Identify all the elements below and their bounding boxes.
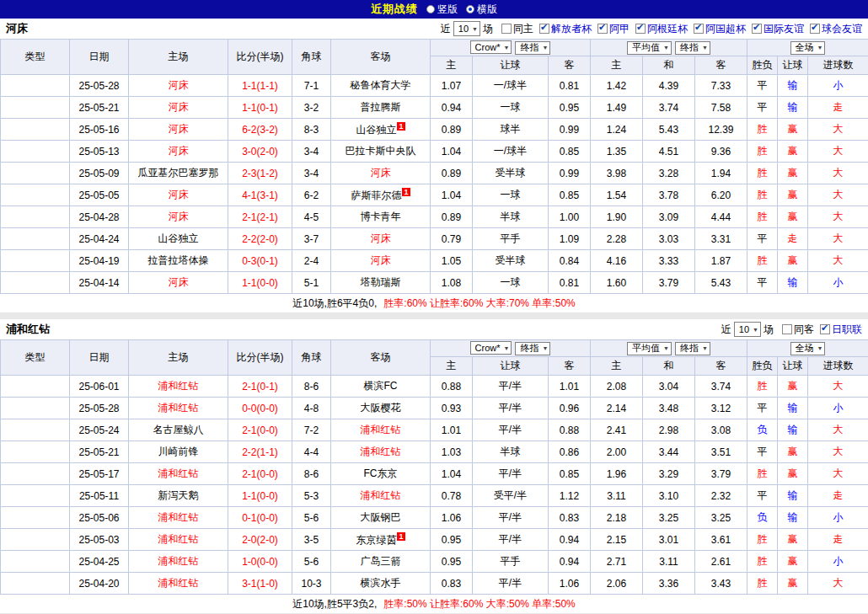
- home-team-link[interactable]: 河床: [129, 184, 228, 206]
- handicap-away-odds: 0.84: [549, 250, 591, 272]
- layout-option-horizontal[interactable]: 横版: [466, 3, 497, 17]
- layout-option-vertical[interactable]: 竖版: [426, 3, 458, 17]
- team-name: 浦和红钻: [3, 322, 50, 337]
- match-row: 日职联25-05-28浦和红钻0-0(0-0)4-8大阪樱花0.93平/半0.9…: [1, 398, 868, 419]
- away-team-link[interactable]: 塔勒瑞斯: [331, 272, 431, 294]
- away-team-link[interactable]: 东京绿茵1: [331, 529, 431, 551]
- home-team-link[interactable]: 新泻天鹅: [129, 485, 228, 507]
- match-date: 25-05-03: [70, 529, 129, 551]
- away-team-link[interactable]: 河床: [331, 250, 431, 272]
- euro-away-odds: 1.94: [695, 163, 747, 184]
- away-team-link[interactable]: 大阪钢巴: [331, 507, 431, 529]
- filter-checkbox[interactable]: [635, 24, 646, 34]
- home-team-link[interactable]: 河床: [129, 119, 228, 141]
- recent-count-select[interactable]: 10▼: [734, 322, 761, 337]
- home-team-link[interactable]: 浦和红钻: [129, 573, 228, 595]
- match-row: 解放者杯25-04-24山谷独立2-2(2-0)3-7河床0.79平手1.092…: [1, 228, 868, 250]
- home-team-link[interactable]: 浦和红钻: [129, 529, 228, 551]
- league-badge: 日职联: [1, 398, 70, 419]
- home-team-link[interactable]: 名古屋鲸八: [129, 419, 228, 441]
- odds-source-select[interactable]: 平均值▼: [627, 342, 672, 355]
- home-team-link[interactable]: 河床: [129, 97, 228, 119]
- away-team-link[interactable]: FC东京: [331, 463, 431, 485]
- filter-checkbox[interactable]: [782, 324, 792, 334]
- handicap-line: 平/半: [473, 573, 549, 595]
- euro-draw-odds: 3.28: [643, 163, 695, 184]
- odds-source-select[interactable]: Crow*▼: [470, 40, 512, 54]
- match-date: 25-05-06: [70, 507, 129, 529]
- away-team-link[interactable]: 博卡青年: [331, 206, 431, 228]
- recent-unit-label: 场: [483, 22, 493, 36]
- away-team-link[interactable]: 大阪樱花: [331, 398, 431, 419]
- odds-source-select[interactable]: 全场▼: [790, 41, 826, 55]
- odds-source-select[interactable]: Crow*▼: [470, 341, 512, 355]
- filter-checkbox[interactable]: [752, 24, 762, 34]
- away-team-link[interactable]: 横滨水手: [331, 573, 431, 595]
- handicap-line: 球半: [473, 119, 549, 141]
- filter-checkbox[interactable]: [501, 24, 512, 34]
- sub-column-header: 和: [643, 357, 695, 376]
- recent-count-select[interactable]: 10▼: [453, 21, 480, 36]
- home-team-link[interactable]: 山谷独立: [129, 228, 228, 250]
- odds-source-select[interactable]: 平均值▼: [627, 41, 672, 55]
- match-date: 25-05-24: [70, 419, 129, 441]
- sub-column-header: 主: [431, 357, 473, 376]
- away-team-link[interactable]: 河床: [331, 228, 431, 250]
- home-team-link[interactable]: 瓜亚基尔巴塞罗那: [129, 163, 228, 184]
- away-team-link[interactable]: 巴拉卡斯中央队: [331, 141, 431, 163]
- result-outcome: 胜: [747, 573, 778, 595]
- corners: 4-4: [292, 441, 331, 463]
- home-team-link[interactable]: 河床: [129, 141, 228, 163]
- filter-checkbox[interactable]: [597, 24, 608, 34]
- corners: 7-2: [292, 419, 331, 441]
- home-team-link[interactable]: 浦和红钻: [129, 376, 228, 398]
- odds-source-select[interactable]: 终指▼: [515, 41, 550, 55]
- away-team-link[interactable]: 浦和红钻: [331, 419, 431, 441]
- away-team-link[interactable]: 浦和红钻: [331, 485, 431, 507]
- away-team-link[interactable]: 萨斯菲尔德1: [331, 184, 431, 206]
- euro-home-odds: 2.28: [591, 228, 643, 250]
- away-team-link[interactable]: 山谷独立1: [331, 119, 431, 141]
- results-table: 类型日期主场比分(半场)角球客场Crow*▼终指▼平均值▼终指▼全场▼主让球客主…: [0, 339, 868, 595]
- away-team-link[interactable]: 河床: [331, 163, 431, 184]
- away-team-link[interactable]: 秘鲁体育大学: [331, 75, 431, 97]
- result-outcome: 平: [747, 75, 778, 97]
- home-team-link[interactable]: 拉普拉塔体操: [129, 250, 228, 272]
- away-team-link[interactable]: 普拉腾斯: [331, 97, 431, 119]
- handicap-home-odds: 0.83: [431, 573, 473, 595]
- away-team-link[interactable]: 广岛三箭: [331, 551, 431, 573]
- odds-source-select[interactable]: 终指▼: [675, 41, 710, 55]
- euro-away-odds: 3.31: [695, 228, 747, 250]
- filter-checkbox[interactable]: [820, 324, 830, 334]
- score: 2-1(2-1): [228, 206, 292, 228]
- result-goals: 小: [808, 398, 868, 419]
- column-header: 日期: [70, 340, 129, 376]
- filter-checkbox[interactable]: [539, 24, 549, 34]
- dropdown-arrow-icon: ▼: [472, 26, 478, 32]
- corners: 8-3: [292, 119, 331, 141]
- filter-checkbox[interactable]: [694, 24, 704, 34]
- odds-source-select[interactable]: 终指▼: [515, 342, 550, 355]
- euro-home-odds: 2.14: [591, 398, 643, 419]
- odds-source-select[interactable]: 终指▼: [675, 342, 710, 355]
- home-team-link[interactable]: 浦和红钻: [129, 398, 228, 419]
- summary-rates: 胜率:50% 让胜率:60% 大率:50% 单率:50%: [383, 598, 575, 610]
- sub-column-header: 进球数: [808, 357, 868, 376]
- away-team-link[interactable]: 横滨FC: [331, 376, 431, 398]
- home-team-link[interactable]: 川崎前锋: [129, 441, 228, 463]
- home-team-link[interactable]: 河床: [129, 206, 228, 228]
- result-handicap: 赢: [778, 551, 808, 573]
- handicap-line: 平/半: [473, 507, 549, 529]
- home-team-link[interactable]: 浦和红钻: [129, 507, 228, 529]
- away-team-link[interactable]: 浦和红钻: [331, 441, 431, 463]
- home-team-link[interactable]: 河床: [129, 75, 228, 97]
- filter-checkbox[interactable]: [810, 24, 820, 34]
- match-row: 阿甲25-04-19拉普拉塔体操0-3(0-1)2-4河床1.05受半球0.84…: [1, 250, 868, 272]
- handicap-away-odds: 0.83: [549, 507, 591, 529]
- odds-source-select[interactable]: 全场▼: [790, 342, 826, 355]
- handicap-away-odds: 0.81: [549, 272, 591, 294]
- dropdown-arrow-icon: ▼: [663, 345, 669, 351]
- home-team-link[interactable]: 河床: [129, 272, 228, 294]
- home-team-link[interactable]: 浦和红钻: [129, 551, 228, 573]
- home-team-link[interactable]: 浦和红钻: [129, 463, 228, 485]
